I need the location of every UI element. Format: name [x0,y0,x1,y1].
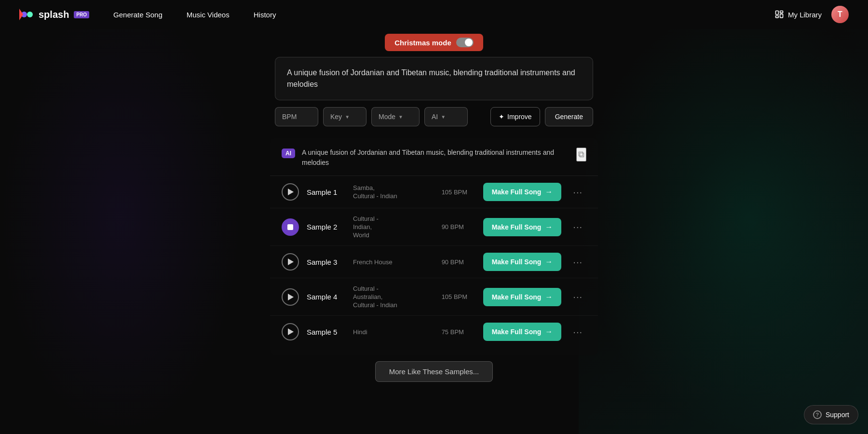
results-panel: AI A unique fusion of Jordanian and Tibe… [270,138,598,355]
ai-badge: AI [282,149,295,158]
sample-1-genre: Samba, [353,184,434,191]
sample-5-bpm: 75 BPM [442,328,475,336]
nav-music-videos[interactable]: Music Videos [187,11,230,19]
generate-label: Generate [555,113,583,121]
sample-4-play-button[interactable] [282,288,299,306]
bpm-label: BPM [282,113,297,121]
sample-2-play-button[interactable] [282,218,299,236]
sample-5-play-button[interactable] [282,323,299,340]
generate-button[interactable]: Generate [545,107,593,126]
sample-2-bpm: 90 BPM [442,223,475,231]
sample-2-tags: Cultural - Indian, World [353,215,434,239]
my-library-label: My Library [788,11,822,19]
sample-5-more-button[interactable]: ··· [569,325,586,339]
sample-row: Sample 2 Cultural - Indian, World 90 BPM… [270,208,598,246]
sample-1-tags: Samba, Cultural - Indian [353,184,434,200]
sample-3-bpm: 90 BPM [442,258,475,266]
support-icon: ? [813,410,822,419]
arrow-icon-5: → [545,327,553,336]
sample-4-genre-3: Cultural - Indian [353,301,434,309]
key-control[interactable]: Key ▼ [323,107,366,126]
make-full-song-label-4: Make Full Song [492,293,542,301]
improve-button[interactable]: ✦ Improve [490,107,540,126]
arrow-icon-2: → [545,223,553,231]
my-library-button[interactable]: My Library [774,10,822,19]
sample-3-play-button[interactable] [282,253,299,271]
navbar-right: My Library T [774,6,849,23]
support-button[interactable]: ? Support [804,405,858,424]
sample-2-more-button[interactable]: ··· [569,219,586,234]
sample-3-make-full-song-button[interactable]: Make Full Song → [483,253,562,271]
sample-1-genre-2: Cultural - Indian [353,192,434,200]
sample-row: Sample 1 Samba, Cultural - Indian 105 BP… [270,176,598,208]
make-full-song-label-3: Make Full Song [492,258,542,266]
svg-rect-5 [780,14,783,17]
arrow-icon: → [545,188,553,196]
sample-1-bpm: 105 BPM [442,189,475,196]
bpm-control[interactable]: BPM [275,107,318,126]
more-like-btn-wrapper: More Like These Samples... [270,361,598,382]
svg-marker-2 [19,9,23,20]
improve-label: Improve [507,113,532,121]
sample-4-tags: Cultural - Australian, Cultural - Indian [353,285,434,309]
mode-label: Mode [379,113,395,121]
copy-button[interactable]: ⧉ [576,148,586,162]
christmas-toggle-knob [465,39,473,46]
sample-5-genre: Hindi [353,328,434,336]
ai-header-left: AI A unique fusion of Jordanian and Tibe… [282,148,576,168]
prompt-box: A unique fusion of Jordanian and Tibetan… [275,57,593,100]
sample-1-name: Sample 1 [307,188,345,196]
sample-4-genre-2: Australian, [353,293,434,300]
more-like-btn-label: More Like These Samples... [389,367,479,376]
sample-4-name: Sample 4 [307,293,345,301]
christmas-mode-banner[interactable]: Christmas mode [385,34,483,51]
library-icon [774,10,784,19]
christmas-toggle[interactable] [456,38,474,47]
nav-generate-song[interactable]: Generate Song [113,11,163,19]
svg-rect-4 [780,11,783,13]
ai-chevron-icon: ▼ [441,114,446,120]
ai-label: AI [432,113,438,121]
ai-prompt-description: A unique fusion of Jordanian and Tibetan… [302,148,576,168]
sample-1-more-button[interactable]: ··· [569,185,586,200]
nav-links: Generate Song Music Videos History [113,11,276,19]
improve-icon: ✦ [499,113,504,121]
ai-control[interactable]: AI ▼ [424,107,468,126]
sample-2-genre-3: World [353,231,434,239]
logo-text: splash [39,9,69,20]
play-icon-3 [288,258,294,265]
sample-4-genre: Cultural - [353,285,434,292]
christmas-mode-label: Christmas mode [394,39,451,47]
sample-3-genre: French House [353,258,434,266]
support-label: Support [826,411,849,419]
main-content: Christmas mode A unique fusion of Jordan… [0,29,868,382]
play-icon [288,189,294,195]
svg-point-1 [27,12,33,17]
sample-4-bpm: 105 BPM [442,293,475,300]
sample-4-make-full-song-button[interactable]: Make Full Song → [483,288,562,306]
nav-history[interactable]: History [254,11,276,19]
splash-logo-icon [19,7,35,22]
navbar: splash PRO Generate Song Music Videos Hi… [0,0,868,29]
sample-2-make-full-song-button[interactable]: Make Full Song → [483,218,562,236]
logo[interactable]: splash PRO [19,7,89,22]
logo-pro-badge: PRO [74,11,89,18]
sample-row: Sample 3 French House 90 BPM Make Full S… [270,246,598,278]
sample-1-play-button[interactable] [282,183,299,201]
sample-1-make-full-song-button[interactable]: Make Full Song → [483,183,562,201]
sample-4-more-button[interactable]: ··· [569,289,586,304]
mode-chevron-icon: ▼ [398,114,403,120]
make-full-song-label-5: Make Full Song [492,328,542,336]
sample-5-make-full-song-button[interactable]: Make Full Song → [483,323,562,341]
sample-3-more-button[interactable]: ··· [569,255,586,270]
user-avatar[interactable]: T [831,6,849,23]
key-label: Key [330,113,342,121]
mode-control[interactable]: Mode ▼ [371,107,420,126]
sample-3-name: Sample 3 [307,258,345,266]
more-like-these-samples-button[interactable]: More Like These Samples... [375,361,493,382]
navbar-left: splash PRO Generate Song Music Videos Hi… [19,7,276,22]
arrow-icon-3: → [545,258,553,266]
play-icon-5 [288,328,294,335]
play-icon-4 [288,294,294,300]
ai-prompt-header: AI A unique fusion of Jordanian and Tibe… [270,138,598,176]
